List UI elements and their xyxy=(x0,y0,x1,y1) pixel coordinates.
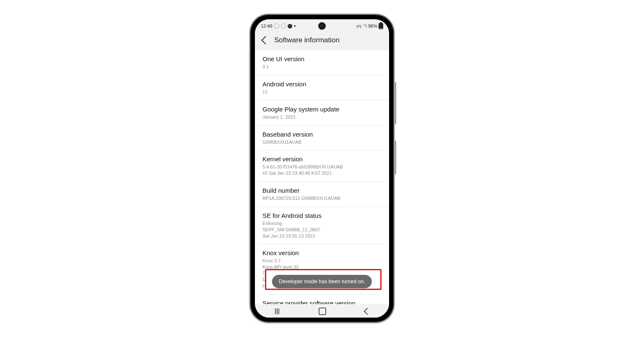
status-right: 96% xyxy=(356,23,383,29)
item-secondary: Enforcing SEPF_SM-G996B_11_0007 Sat Jan … xyxy=(262,220,382,239)
item-primary: Build number xyxy=(262,187,382,194)
phone-mockup: 12:48 96% Software information One UI ve… xyxy=(251,15,393,322)
app-indicator-icon xyxy=(288,24,292,28)
wifi-icon xyxy=(356,24,361,28)
nav-back-icon[interactable] xyxy=(364,308,371,315)
list-item[interactable]: Build number RP1A.200720.012.G996BXXU1AU… xyxy=(255,182,389,207)
list-item[interactable]: Baseband version G996BXXU1AUAB xyxy=(255,126,389,151)
alarm-icon xyxy=(274,23,279,28)
item-primary: Knox version xyxy=(262,249,382,256)
item-secondary: RP1A.200720.012.G996BXXU1AUAB xyxy=(262,195,382,202)
phone-screen: 12:48 96% Software information One UI ve… xyxy=(255,19,389,318)
volume-button xyxy=(394,82,396,124)
list-item[interactable]: One UI version 3.1 xyxy=(255,50,389,75)
status-left: 12:48 xyxy=(261,23,296,28)
signal-icon xyxy=(363,24,367,28)
list-item[interactable]: Service provider software version SAOMC_… xyxy=(255,295,389,304)
page-title: Software information xyxy=(274,36,340,44)
item-primary: One UI version xyxy=(262,55,382,62)
nav-recents-icon[interactable] xyxy=(277,308,278,314)
item-primary: Android version xyxy=(262,80,382,88)
settings-list[interactable]: One UI version 3.1 Android version 11 Go… xyxy=(255,50,389,304)
item-primary: Baseband version xyxy=(262,131,382,138)
item-secondary: G996BXXU1AUAB xyxy=(262,139,382,145)
page-header: Software information xyxy=(255,32,389,50)
status-time: 12:48 xyxy=(261,23,273,28)
item-primary: Kernel version xyxy=(262,155,382,163)
back-icon[interactable] xyxy=(261,36,270,44)
item-secondary: 5.4.61-20701476-abG996BXXU1AUAB #2 Sat J… xyxy=(262,164,382,176)
battery-icon xyxy=(379,23,383,29)
toast-message: Developer mode has been turned on. xyxy=(272,275,372,288)
nav-home-icon[interactable] xyxy=(319,308,326,315)
list-item[interactable]: Google Play system update January 1, 202… xyxy=(255,101,389,126)
item-primary: SE for Android status xyxy=(262,212,382,219)
item-primary: Service provider software version xyxy=(262,300,382,304)
list-item[interactable]: SE for Android status Enforcing SEPF_SM-… xyxy=(255,207,389,245)
camera-hole xyxy=(319,23,325,29)
item-secondary: 11 xyxy=(262,89,382,95)
list-item[interactable]: Kernel version 5.4.61-20701476-abG996BXX… xyxy=(255,150,389,182)
power-button xyxy=(394,141,396,174)
nav-bar xyxy=(255,305,389,318)
alarm-icon xyxy=(281,23,286,28)
more-notifications-icon xyxy=(294,25,296,27)
item-secondary: January 1, 2021 xyxy=(262,114,382,120)
list-item[interactable]: Android version 11 xyxy=(255,75,389,101)
item-secondary: 3.1 xyxy=(262,64,382,70)
item-primary: Google Play system update xyxy=(262,106,382,113)
battery-text: 96% xyxy=(368,23,377,28)
